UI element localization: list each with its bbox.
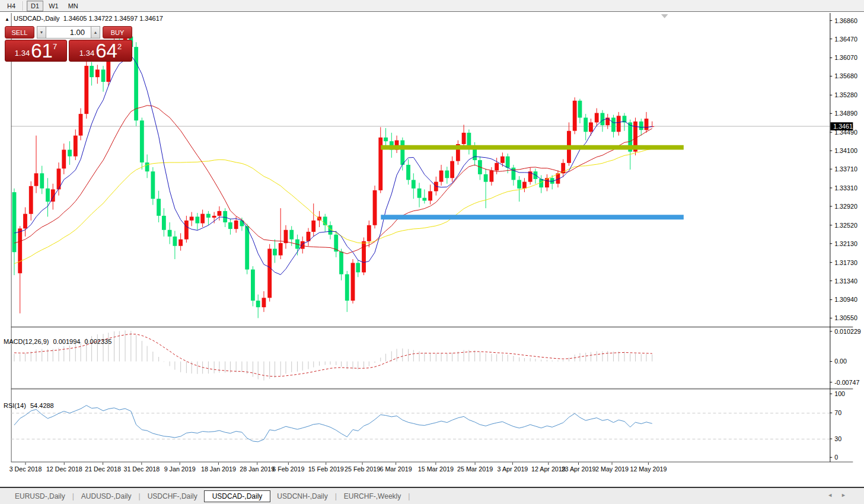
candle-body bbox=[611, 117, 616, 132]
price-tick-label: 1.33710 bbox=[834, 165, 857, 173]
candle-body bbox=[439, 171, 444, 182]
candle-body bbox=[195, 216, 199, 223]
date-tick-label: 12 Dec 2018 bbox=[46, 465, 82, 473]
candle-body bbox=[173, 237, 177, 246]
rsi-scale-label: 0 bbox=[834, 454, 838, 461]
candle-body bbox=[34, 173, 39, 186]
last-price-label: 1.34617 bbox=[833, 123, 856, 130]
candle-body bbox=[184, 221, 189, 240]
candle-body bbox=[40, 173, 44, 188]
price-tick-label: 1.32520 bbox=[834, 222, 857, 229]
candle-body bbox=[245, 226, 249, 269]
price-tick-label: 1.33310 bbox=[834, 184, 857, 192]
date-tick-label: 2 May 2019 bbox=[595, 465, 629, 473]
toolbar-separator bbox=[23, 1, 24, 11]
candle-body bbox=[578, 101, 582, 118]
date-tick-label: 9 Jan 2019 bbox=[164, 465, 196, 473]
candle bbox=[633, 117, 637, 155]
timeframe-button-w1[interactable]: W1 bbox=[44, 1, 63, 11]
timeframe-button-mn[interactable]: MN bbox=[64, 1, 82, 11]
candle-body bbox=[417, 189, 422, 198]
candle-body bbox=[206, 214, 211, 218]
rsi-label: RSI(14) 54.4288 bbox=[4, 402, 56, 409]
buy-price-panel[interactable]: 1.34642 bbox=[69, 40, 132, 62]
price-tick-label: 1.36860 bbox=[834, 17, 857, 24]
candle bbox=[251, 266, 255, 307]
sell-button[interactable]: SELL bbox=[5, 26, 34, 39]
candle-body bbox=[356, 263, 360, 272]
candle-body bbox=[573, 101, 577, 131]
symbol-title: USDCAD-,Daily bbox=[14, 15, 60, 22]
candle-body bbox=[62, 150, 66, 169]
date-tick-label: 25 Feb 2019 bbox=[345, 465, 380, 473]
tab-usdchf[interactable]: USDCHF-,Daily bbox=[141, 491, 204, 502]
candle-body bbox=[495, 163, 499, 171]
price-tick-label: 1.34890 bbox=[834, 110, 857, 117]
candle-body bbox=[79, 114, 83, 136]
candle-body bbox=[273, 249, 277, 256]
sell-price-prefix: 1.34 bbox=[15, 49, 30, 58]
candle-body bbox=[74, 136, 78, 157]
macd-signal-value: 0.002335 bbox=[84, 338, 111, 345]
tab-eurchf[interactable]: EURCHF-,Weekly bbox=[337, 491, 407, 502]
timeframe-button-d1[interactable]: D1 bbox=[27, 1, 43, 11]
date-tick-label: 25 Mar 2019 bbox=[457, 465, 493, 473]
rsi-scale-label: 30 bbox=[834, 435, 841, 442]
tab-eurusd[interactable]: EURUSD-,Daily bbox=[8, 491, 72, 502]
candle-body bbox=[223, 211, 227, 222]
tab-usdcad[interactable]: USDCAD-,Daily bbox=[204, 490, 271, 502]
price-tick-label: 1.34100 bbox=[834, 147, 857, 154]
candle bbox=[573, 97, 577, 134]
timeframe-button-h4[interactable]: H4 bbox=[3, 1, 20, 11]
tab-audusd[interactable]: AUDUSD-,Daily bbox=[75, 491, 138, 502]
candle-body bbox=[517, 180, 521, 188]
buy-button[interactable]: BUY bbox=[103, 26, 132, 39]
candle-body bbox=[218, 211, 222, 216]
candle-body bbox=[584, 117, 588, 132]
price-tick-label: 1.30550 bbox=[834, 314, 857, 321]
sell-price-main: 61 bbox=[31, 41, 53, 60]
candle-body bbox=[162, 216, 166, 230]
candle-body bbox=[473, 149, 477, 160]
one-click-trading-widget: SELL ▼ ▲ BUY 1.34617 1.34642 bbox=[5, 26, 132, 62]
sell-price-panel[interactable]: 1.34617 bbox=[5, 40, 67, 62]
candle-body bbox=[500, 157, 505, 163]
rsi-scale-label: 70 bbox=[834, 409, 841, 416]
price-tick-label: 1.32130 bbox=[834, 240, 857, 247]
candle bbox=[351, 259, 355, 304]
volume-decrement-button[interactable]: ▼ bbox=[37, 26, 46, 39]
candle-body bbox=[251, 270, 255, 301]
symbol-tabbar: EURUSD-,Daily|AUDUSD-,Daily|USDCHF-,Dail… bbox=[0, 487, 864, 504]
macd-scale-label: 0.010229 bbox=[834, 328, 861, 335]
tabs-scroll-left-icon[interactable]: ◄ bbox=[827, 492, 841, 498]
candle-body bbox=[267, 249, 272, 298]
tab-usdcnh[interactable]: USDCNH-,Daily bbox=[270, 491, 334, 502]
candle-body bbox=[140, 120, 144, 162]
candle-body bbox=[339, 251, 343, 274]
candle-body bbox=[522, 182, 527, 189]
chart-area[interactable]: 1.368601.364701.360701.356801.352801.348… bbox=[0, 12, 864, 487]
volume-input[interactable] bbox=[46, 26, 91, 39]
candle-body bbox=[506, 157, 510, 168]
rsi-scale-label: 100 bbox=[834, 390, 845, 397]
date-tick-label: 3 Apr 2019 bbox=[498, 465, 528, 473]
price-tick-label: 1.31730 bbox=[834, 259, 857, 266]
macd-label: MACD(12,26,9) 0.001994 0.002335 bbox=[4, 338, 114, 345]
date-tick-label: 23 Apr 2019 bbox=[562, 465, 596, 473]
date-tick-label: 12 Apr 2019 bbox=[531, 465, 566, 473]
candle-body bbox=[228, 222, 232, 229]
candle-body bbox=[84, 66, 88, 114]
buy-price-main: 64 bbox=[95, 41, 117, 60]
candle-body bbox=[412, 180, 416, 188]
candle-body bbox=[406, 165, 410, 180]
tabs-scroll-right-icon[interactable]: ► bbox=[841, 492, 855, 498]
volume-increment-button[interactable]: ▲ bbox=[91, 26, 100, 39]
candle-body bbox=[428, 191, 432, 200]
candle-body bbox=[639, 122, 643, 130]
date-tick-label: 28 Jan 2019 bbox=[240, 465, 275, 473]
date-tick-label: 6 Feb 2019 bbox=[272, 465, 304, 473]
candle bbox=[134, 42, 138, 126]
candle-body bbox=[301, 241, 305, 249]
candle-body bbox=[262, 298, 266, 307]
candle-body bbox=[157, 199, 161, 216]
